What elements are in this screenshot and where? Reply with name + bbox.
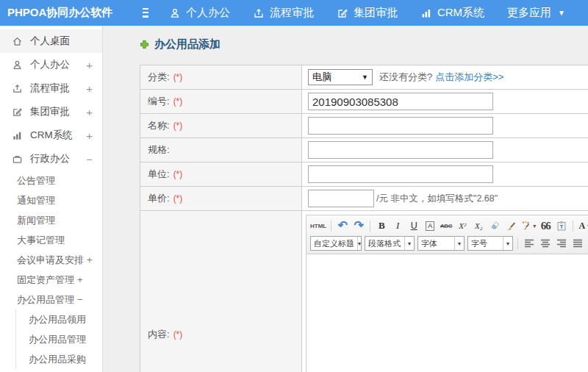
nav-item-crm[interactable]: CRM系统 [420, 6, 484, 20]
caret-down-icon: ▾ [533, 223, 536, 229]
label-text: 单价: [148, 192, 170, 205]
rich-text-editor: HTML ↶ ↷ B I U A ABC X² [306, 215, 588, 372]
sidebar-item-workflow-approval[interactable]: 流程审批 + [0, 76, 102, 100]
label-text: 名称: [148, 119, 170, 132]
sidebar-item-group-approval[interactable]: 集团审批 + [0, 100, 102, 124]
subscript-button[interactable]: X₂ [471, 218, 486, 233]
redo-button[interactable]: ↷ [351, 218, 366, 233]
sidebar: 个人桌面 个人办公 + 流程审批 + 集团审批 + CRM系统 + 行政办公 − [0, 26, 103, 372]
editor-content-area[interactable] [306, 254, 588, 372]
superscript-button[interactable]: X² [455, 218, 470, 233]
nav-item-group-approval[interactable]: 集团审批 [337, 6, 398, 20]
paste-text-button[interactable]: T [554, 218, 569, 233]
paragraph-format-select[interactable]: 段落格式 ▾ [365, 236, 415, 251]
align-center-button[interactable] [538, 236, 553, 251]
sidebar-item-crm[interactable]: CRM系统 + [0, 124, 102, 147]
sidebar-item-supplies-claim[interactable]: 办公用品领用 [16, 310, 102, 329]
italic-button[interactable]: I [390, 218, 405, 233]
brand-logo[interactable]: PHPOA协同办公软件 [0, 6, 110, 20]
form-row-unit: 单位: (*) [140, 162, 588, 187]
eraser-button[interactable] [487, 218, 502, 233]
expand-toggle[interactable]: + [86, 82, 93, 95]
sub-item-label: 办公用品管理 [17, 293, 74, 307]
price-input[interactable] [308, 190, 374, 207]
nav-item-personal-office[interactable]: 个人办公 [169, 6, 230, 20]
sidebar-item-meeting-mgmt[interactable]: 会议申请及安排 + [0, 250, 102, 270]
page-title: 办公用品添加 [140, 37, 588, 51]
sidebar-item-fixed-assets-mgmt[interactable]: 固定资产管理 + [0, 270, 102, 290]
font-family-select[interactable]: 字体 ▾ [417, 236, 465, 251]
paint-format-button[interactable]: ▾ [520, 218, 537, 233]
blockquote-button[interactable]: 66 [538, 218, 553, 233]
required-mark: (*) [173, 193, 183, 204]
expand-toggle[interactable]: + [87, 254, 93, 265]
hamburger-menu-icon[interactable] [143, 8, 148, 18]
align-justify-button[interactable] [570, 236, 585, 251]
sidebar-item-notice-mgmt[interactable]: 通知管理 [0, 190, 102, 210]
underline-button[interactable]: U [406, 218, 421, 233]
field-label: 内容: (*) [140, 211, 302, 372]
caret-down-icon: ▾ [454, 237, 464, 250]
source-code-button[interactable]: HTML [309, 218, 327, 233]
sidebar-item-office-supplies-mgmt[interactable]: 办公用品管理 − [0, 290, 102, 310]
custom-heading-select[interactable]: 自定义标题 ▾ [310, 236, 362, 251]
unit-input[interactable] [308, 165, 493, 183]
align-right-icon [556, 239, 567, 248]
undo-button[interactable]: ↶ [335, 218, 350, 233]
nav-item-more-apps[interactable]: 更多应用 ▼ [507, 6, 565, 20]
sidebar-item-events-mgmt[interactable]: 大事记管理 [0, 230, 102, 250]
category-select[interactable]: 电脑 ▼ [308, 69, 373, 85]
paste-text-icon: T [556, 221, 567, 231]
field-label: 单位: (*) [140, 162, 302, 186]
nav-item-workflow-approval[interactable]: 流程审批 [253, 6, 314, 20]
align-right-button[interactable] [554, 236, 569, 251]
expand-toggle[interactable]: + [86, 106, 93, 118]
spec-input[interactable] [308, 141, 493, 159]
code-input[interactable] [308, 93, 493, 110]
sidebar-item-personal-desktop[interactable]: 个人桌面 [0, 29, 102, 53]
name-input[interactable] [308, 117, 493, 135]
collapse-toggle[interactable]: − [86, 153, 93, 165]
nav-label: 个人办公 [186, 6, 230, 20]
no-category-hint: 还没有分类? [379, 71, 432, 84]
remove-format-button[interactable]: A [423, 218, 437, 233]
sidebar-item-news-mgmt[interactable]: 新闻管理 [0, 210, 102, 230]
briefcase-icon [12, 154, 23, 165]
select-label: 字号 [468, 238, 490, 249]
form-row-content: 内容: (*) HTML ↶ ↷ B [140, 211, 588, 372]
editor-toolbar-row2: 自定义标题 ▾ 段落格式 ▾ 字体 ▾ [309, 235, 588, 252]
align-left-button[interactable] [522, 236, 537, 251]
sidebar-item-supplies-purchase[interactable]: 办公用品采购 [16, 349, 102, 369]
align-left-icon [524, 239, 534, 248]
sidebar-item-announcement-mgmt[interactable]: 公告管理 [0, 171, 102, 190]
sidebar-admin-submenu: 公告管理 通知管理 新闻管理 大事记管理 会议申请及安排 + 固定资产管理 + … [0, 171, 102, 369]
sidebar-item-administration[interactable]: 行政办公 − [0, 147, 102, 171]
toolbar-separator [517, 238, 518, 249]
home-icon [12, 36, 23, 47]
app-window: PHPOA协同办公软件 个人办公 流程审批 集团审批 CRM系统 更多应用 ▼ [0, 0, 588, 372]
collapse-toggle[interactable]: − [77, 294, 83, 305]
nav-label: CRM系统 [437, 6, 484, 20]
format-painter-button[interactable] [503, 218, 518, 233]
sidebar-item-supplies-manage[interactable]: 办公用品管理 [16, 329, 102, 349]
sidebar-item-label: CRM系统 [30, 129, 73, 142]
add-category-link[interactable]: 点击添加分类>> [435, 71, 503, 84]
sidebar-item-personal-office[interactable]: 个人办公 + [0, 53, 102, 76]
caret-down-icon: ▼ [558, 9, 565, 17]
field-label: 名称: (*) [140, 114, 302, 137]
expand-toggle[interactable]: + [86, 59, 93, 71]
expand-toggle[interactable]: + [77, 274, 83, 285]
sub-item-label: 大事记管理 [17, 234, 65, 247]
strikethrough-button[interactable]: ABC [439, 218, 453, 233]
expand-toggle[interactable]: + [86, 129, 93, 142]
edit-icon [12, 107, 23, 118]
font-color-button[interactable]: A ▾ [577, 218, 588, 233]
top-navigation: 个人办公 流程审批 集团审批 CRM系统 更多应用 ▼ [169, 6, 588, 20]
bold-button[interactable]: B [374, 218, 389, 233]
form-row-spec: 规格: [140, 138, 588, 162]
font-color-glyph: A [578, 221, 585, 232]
eraser-icon [490, 221, 500, 231]
font-size-select[interactable]: 字号 ▾ [467, 236, 513, 251]
format-painter-icon [506, 221, 516, 231]
caret-down-icon: ▼ [362, 74, 368, 81]
